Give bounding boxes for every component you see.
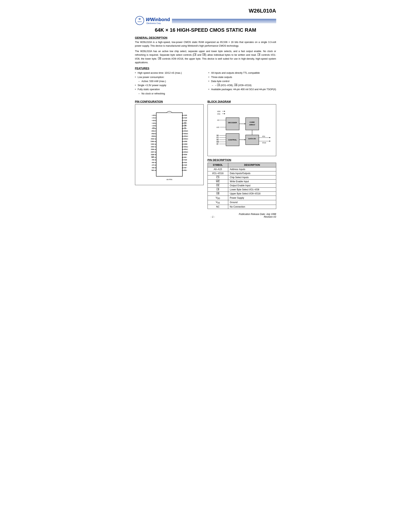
feature-item: Three-state outputs (208, 75, 276, 79)
pin-config-svg: A0 1 A1 2 A2 3 A3 4 A4 (138, 107, 201, 182)
table-row: I/O1–I/O16 Data Inputs/Outputs (207, 171, 276, 175)
svg-marker-178 (270, 141, 271, 142)
feature-item: Single +3.3V power supply (135, 83, 203, 87)
pin-symbol: A0–A15 (207, 167, 228, 171)
feature-item: Low power consumption: Active: 530 mW (m… (135, 75, 203, 84)
pub-date: Publication Release Date: July 1998 (239, 213, 276, 216)
revision: Revision A3 (239, 216, 276, 218)
pub-date-revision: Publication Release Date: July 1998 Revi… (239, 213, 276, 218)
svg-text:DECODER: DECODER (228, 122, 237, 124)
block-diagram-svg: VDD VSS A0 A15 DECODER (210, 107, 274, 153)
general-description-para1: The W26L010A is a high-speed, low-power … (135, 40, 276, 48)
pin-symbol: LB (207, 188, 228, 191)
table-row: VDD Power Supply (207, 196, 276, 200)
table-row: LB Lower Byte Select I/O1–I/O8 (207, 188, 276, 191)
svg-text:A0: A0 (217, 119, 219, 121)
pin-symbol: VSS (207, 200, 228, 205)
pin-desc: Upper Byte Select I/O9–I/O16 (228, 191, 276, 196)
svg-rect-171 (245, 135, 259, 144)
features-section: High speed access time: 10/12 nS (max.) … (135, 71, 276, 96)
features-title: FEATURES (135, 67, 276, 70)
svg-text:CS: CS (216, 137, 219, 139)
logo-area: W inbond WWinbond Electronics Corp. (135, 16, 276, 25)
pin-symbol: CS (207, 175, 228, 179)
general-description-para2: The W26L010A has an active low chip sele… (135, 49, 276, 65)
svg-text:WE: WE (216, 141, 219, 143)
pin-description-title: PIN DESCRIPTION (207, 158, 276, 162)
logo-lines (172, 19, 276, 23)
svg-text:44-PIN: 44-PIN (166, 178, 172, 180)
pin-desc: Lower Byte Select I/O1–I/O8 (228, 188, 276, 191)
logo-text: WWinbond Electronics Corp. (146, 17, 170, 24)
svg-rect-147 (226, 118, 239, 130)
svg-point-0 (135, 16, 144, 25)
main-title: 64K × 16 HIGH-SPEED CMOS STATIC RAM (135, 27, 276, 33)
svg-text:I/O16: I/O16 (262, 142, 266, 144)
svg-text:ARRAY: ARRAY (249, 124, 255, 126)
pin-config-box: A0 1 A1 2 A2 3 A3 4 A4 (135, 104, 204, 185)
feature-item: All inputs and outputs directly TTL comp… (208, 71, 276, 75)
feature-sub-item: Active: 530 mW (max.) (138, 79, 203, 83)
pin-symbol: OE (207, 183, 228, 188)
pin-config-col: PIN CONFIGURATION A0 1 A1 2 (135, 98, 204, 209)
pin-desc: No Connection (228, 205, 276, 209)
pin-config-title: PIN CONFIGURATION (135, 100, 204, 103)
pin-desc: Write Enable Input (228, 179, 276, 183)
pin-desc: Address Inputs (228, 167, 276, 171)
svg-text:A15: A15 (216, 126, 219, 128)
svg-text:VSS: VSS (217, 113, 220, 115)
svg-marker-139 (224, 111, 225, 112)
table-row: OE Output Enable Input (207, 183, 276, 188)
svg-text:VDD: VDD (217, 111, 220, 112)
features-col-left: High speed access time: 10/12 nS (max.) … (135, 71, 203, 96)
block-diagram-col: BLOCK DIAGRAM VDD VSS A0 A15 DECODER (207, 98, 276, 209)
pin-desc: Output Enable Input (228, 183, 276, 188)
svg-text:inbond: inbond (138, 21, 141, 22)
pin-table-header-symbol: SYMBOL (207, 163, 228, 167)
pin-symbol: WE (207, 179, 228, 183)
pin-description-table: SYMBOL DESCRIPTION A0–A15 Address Inputs… (207, 163, 276, 209)
block-diagram-title: BLOCK DIAGRAM (207, 100, 276, 103)
feature-item: High speed access time: 10/12 nS (max.) (135, 71, 203, 75)
diagram-section: PIN CONFIGURATION A0 1 A1 2 (135, 98, 276, 209)
pin-description-section: PIN DESCRIPTION SYMBOL DESCRIPTION A0–A1… (207, 158, 276, 209)
winbond-logo-icon: W inbond (135, 16, 144, 25)
table-row: UB Upper Byte Select I/O9–I/O16 (207, 191, 276, 196)
svg-text:I/O1: I/O1 (262, 135, 265, 137)
svg-marker-170 (244, 139, 245, 140)
pin-symbol: I/O1–I/O16 (207, 171, 228, 175)
part-number: W26L010A (135, 8, 276, 14)
logo-brand: WWinbond (146, 17, 170, 22)
pin-table-header-description: DESCRIPTION (228, 163, 276, 167)
feature-sub-item: No clock or refreshing (138, 92, 203, 96)
block-diagram-box: VDD VSS A0 A15 DECODER (207, 104, 276, 156)
table-row: WE Write Enable Input (207, 179, 276, 183)
svg-text:CONTROL: CONTROL (228, 139, 237, 141)
general-description-title: GENERAL DESCRIPTION (135, 36, 276, 39)
features-list-left: High speed access time: 10/12 nS (max.) … (135, 71, 203, 96)
svg-text:DATA I/O: DATA I/O (248, 138, 256, 140)
features-list-right: All inputs and outputs directly TTL comp… (208, 71, 276, 92)
table-row: VSS Ground (207, 200, 276, 205)
feature-item: Fully static operation No clock or refre… (135, 87, 203, 96)
svg-text:CORE: CORE (250, 121, 254, 123)
pin-desc: Data Inputs/Outputs (228, 171, 276, 175)
svg-marker-142 (224, 113, 225, 114)
feature-item: Available packages: 44-pin 400 mil SOJ a… (208, 87, 276, 92)
pin-symbol: VDD (207, 196, 228, 200)
feature-item: Data byte control – LB (I/O1–I/O8), UB (… (208, 79, 276, 88)
features-col-right: All inputs and outputs directly TTL comp… (208, 71, 276, 96)
svg-rect-3 (156, 113, 182, 176)
svg-text:OE: OE (216, 139, 219, 141)
footer: - 1 - Publication Release Date: July 199… (135, 213, 276, 218)
svg-text:W: W (139, 18, 140, 20)
page-number: - 1 - (187, 216, 239, 218)
pin-symbol: NC (207, 205, 228, 209)
pin-desc: Power Supply (228, 196, 276, 200)
pin-desc: Chip Select Inputs (228, 175, 276, 179)
logo-corp: Electronics Corp. (147, 22, 170, 24)
svg-text:UB: UB (216, 135, 219, 137)
table-row: NC No Connection (207, 205, 276, 209)
table-row: CS Chip Select Inputs (207, 175, 276, 179)
feature-sub-item: – LB (I/O1–I/O8), UB (I/O9–I/O16) (211, 83, 276, 87)
